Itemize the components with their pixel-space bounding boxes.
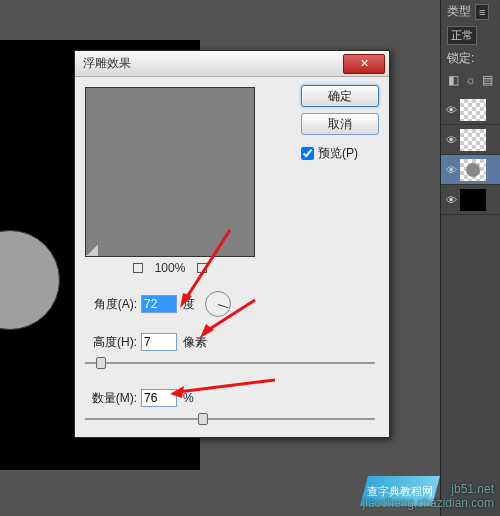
angle-label: 角度(A): bbox=[85, 296, 137, 313]
panel-icon-row: ◧ ☼ ▤ bbox=[441, 69, 500, 91]
watermark-line1: jb51.net bbox=[363, 482, 494, 496]
height-unit: 像素 bbox=[183, 334, 207, 351]
layer-list: 👁 👁 👁 👁 bbox=[441, 95, 500, 215]
amount-label: 数量(M): bbox=[85, 390, 137, 407]
angle-dial[interactable] bbox=[205, 291, 231, 317]
zoom-row: 100% bbox=[85, 261, 255, 275]
filter-icon[interactable]: ◧ bbox=[448, 73, 459, 87]
fx-icon[interactable]: ☼ bbox=[465, 73, 476, 87]
lock-label: 锁定: bbox=[447, 51, 474, 65]
preview-checkbox[interactable] bbox=[301, 147, 314, 160]
preview-box[interactable] bbox=[85, 87, 255, 257]
zoom-value: 100% bbox=[155, 261, 186, 275]
panel-kind-row: 类型 ≡ bbox=[441, 0, 500, 23]
amount-group: 数量(M): % bbox=[85, 387, 379, 427]
watermark-text: jb51.net jiaocheng.chazidian.com bbox=[363, 482, 494, 510]
visibility-icon[interactable]: 👁 bbox=[445, 134, 457, 146]
cancel-button[interactable]: 取消 bbox=[301, 113, 379, 135]
visibility-icon[interactable]: 👁 bbox=[445, 194, 457, 206]
dialog-title: 浮雕效果 bbox=[79, 55, 343, 72]
layer-row[interactable]: 👁 bbox=[441, 95, 500, 125]
button-column: 确定 取消 预览(P) bbox=[301, 85, 379, 162]
height-slider[interactable] bbox=[85, 355, 375, 371]
amount-input[interactable] bbox=[141, 389, 177, 407]
height-label: 高度(H): bbox=[85, 334, 137, 351]
layer-thumb bbox=[460, 99, 486, 121]
canvas-circle-shape bbox=[0, 230, 60, 330]
visibility-icon[interactable]: 👁 bbox=[445, 164, 457, 176]
layer-thumb bbox=[460, 159, 486, 181]
layer-row[interactable]: 👁 bbox=[441, 185, 500, 215]
menu-icon[interactable]: ▤ bbox=[482, 73, 493, 87]
amount-unit: % bbox=[183, 391, 194, 405]
height-input[interactable] bbox=[141, 333, 177, 351]
visibility-icon[interactable]: 👁 bbox=[445, 104, 457, 116]
height-group: 高度(H): 像素 bbox=[85, 331, 379, 371]
layer-row[interactable]: 👁 bbox=[441, 155, 500, 185]
panel-blend-row: 正常 bbox=[441, 23, 500, 48]
angle-input[interactable] bbox=[141, 295, 177, 313]
panel-lock-row: 锁定: bbox=[441, 48, 500, 69]
fields: 角度(A): 度 高度(H): 像素 数量(M): bbox=[85, 293, 379, 427]
kind-dropdown[interactable]: ≡ bbox=[475, 4, 489, 20]
layer-row[interactable]: 👁 bbox=[441, 125, 500, 155]
ok-button[interactable]: 确定 bbox=[301, 85, 379, 107]
preview-checkbox-row[interactable]: 预览(P) bbox=[301, 145, 379, 162]
layers-panel: 类型 ≡ 正常 锁定: ◧ ☼ ▤ 👁 👁 👁 bbox=[440, 0, 500, 516]
watermark-line2: jiaocheng.chazidian.com bbox=[363, 496, 494, 510]
blend-mode-dropdown[interactable]: 正常 bbox=[447, 26, 477, 45]
dialog-body: 100% 确定 取消 预览(P) 角度(A): 度 高度 bbox=[75, 77, 389, 437]
zoom-in-button[interactable] bbox=[197, 263, 207, 273]
angle-unit: 度 bbox=[183, 296, 195, 313]
preview-checkbox-label: 预览(P) bbox=[318, 145, 358, 162]
zoom-out-button[interactable] bbox=[133, 263, 143, 273]
resize-corner-icon[interactable] bbox=[86, 244, 98, 256]
layer-thumb bbox=[460, 129, 486, 151]
amount-slider[interactable] bbox=[85, 411, 375, 427]
kind-label: 类型 bbox=[447, 3, 471, 20]
layer-thumb bbox=[460, 189, 486, 211]
dialog-titlebar[interactable]: 浮雕效果 ✕ bbox=[75, 51, 389, 77]
close-button[interactable]: ✕ bbox=[343, 54, 385, 74]
angle-group: 角度(A): 度 bbox=[85, 293, 379, 315]
emboss-dialog: 浮雕效果 ✕ 100% 确定 取消 预览(P) 角度(A): 度 bbox=[74, 50, 390, 438]
